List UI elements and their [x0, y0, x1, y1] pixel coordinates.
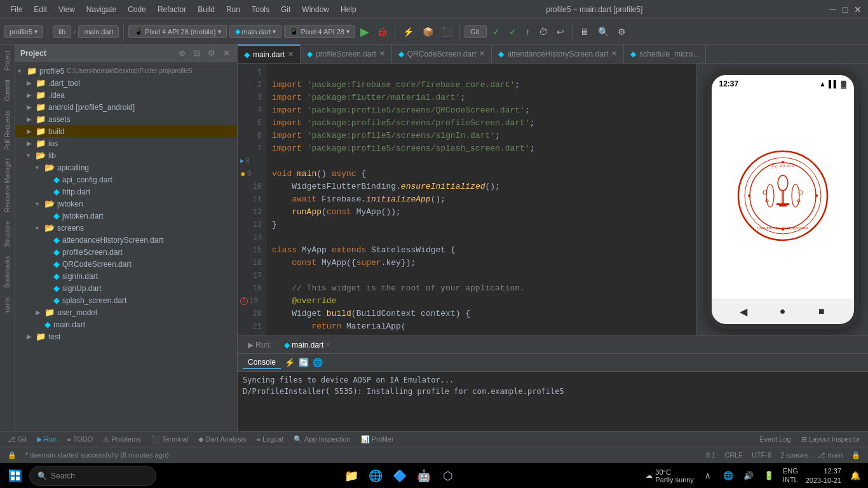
- volume-icon[interactable]: 🔊: [740, 467, 757, 485]
- project-selector[interactable]: profile5: [4, 25, 43, 38]
- run-tab-close[interactable]: ✕: [325, 341, 330, 348]
- project-panel-expand-btn[interactable]: ⊕: [177, 48, 187, 58]
- device-selector[interactable]: 📱 Pixel 4 API 28 (mobile): [128, 25, 226, 38]
- run-config-selector[interactable]: ◆ main.dart: [229, 25, 282, 38]
- tree-item-jwtoken-folder[interactable]: ▾ 📂 jwtoken: [15, 198, 237, 210]
- taskbar-search[interactable]: 🔍 Search: [29, 466, 156, 486]
- taskbar-app-android-studio[interactable]: 🤖: [412, 464, 435, 487]
- maximize-button[interactable]: □: [840, 4, 850, 15]
- system-clock[interactable]: 12:37 2023-10-21: [803, 466, 844, 485]
- tab-profile-screen[interactable]: ◆ profileScreen.dart ✕: [301, 44, 392, 63]
- menu-view[interactable]: View: [53, 4, 80, 15]
- console-web-icon[interactable]: 🌐: [313, 358, 323, 367]
- run-tab-main-dart[interactable]: ◆ main.dart ✕: [279, 339, 336, 351]
- close-button[interactable]: ✕: [853, 4, 863, 15]
- language-selector[interactable]: ENGINTL: [780, 467, 801, 484]
- file-breadcrumb[interactable]: main.dart: [78, 25, 119, 38]
- project-panel-collapse-btn[interactable]: ⊟: [191, 48, 202, 58]
- run-button[interactable]: ▶: [358, 24, 372, 40]
- phone-recent-button[interactable]: ■: [815, 305, 828, 318]
- status-crlf[interactable]: CRLF: [722, 451, 745, 459]
- bottom-tool-profiler[interactable]: 📊 Profiler: [358, 435, 397, 444]
- bottom-tool-run[interactable]: ▶ Run: [34, 435, 59, 444]
- menu-navigate[interactable]: Navigate: [81, 4, 121, 15]
- search-everywhere-icon[interactable]: 🔍: [595, 25, 612, 38]
- profile-button[interactable]: 📦: [419, 25, 437, 38]
- commit-panel-toggle[interactable]: Commit: [2, 76, 13, 105]
- console-tab-console[interactable]: Console: [243, 356, 281, 369]
- bottom-tool-event-log[interactable]: Event Log: [757, 435, 794, 443]
- tree-item-http[interactable]: ◆ http.dart: [15, 186, 237, 198]
- git-push-icon[interactable]: ↑: [522, 25, 533, 38]
- menu-tools[interactable]: Tools: [247, 4, 275, 15]
- bottom-tool-app-inspection[interactable]: 🔍 App Inspection: [291, 435, 353, 444]
- tree-item-qrcode[interactable]: ◆ QRCodeScreen.dart: [15, 258, 237, 270]
- tree-item-api-config[interactable]: ◆ api_config.dart: [15, 173, 237, 186]
- resource-manager-toggle[interactable]: Resource Manager: [2, 154, 13, 216]
- tab-main-dart[interactable]: ◆ main.dart ✕: [238, 44, 301, 63]
- tree-item-lib[interactable]: ▾ 📂 lib: [15, 149, 237, 161]
- menu-edit[interactable]: Edit: [29, 4, 52, 15]
- tree-item-apicalling[interactable]: ▾ 📂 apicalling: [15, 161, 237, 173]
- tree-item-jwtoken[interactable]: ◆ jwtoken.dart: [15, 210, 237, 222]
- taskbar-app-vscode[interactable]: 🔷: [388, 464, 411, 487]
- menu-git[interactable]: Git: [276, 4, 295, 15]
- tree-item-splash[interactable]: ◆ splash_screen.dart: [15, 294, 237, 306]
- taskbar-app-file-explorer[interactable]: 📁: [340, 464, 363, 487]
- tree-item-ios[interactable]: ▶ 📁 ios: [15, 137, 237, 149]
- git-revert-icon[interactable]: ↩: [553, 25, 567, 38]
- git-check-icon[interactable]: ✓: [489, 25, 503, 38]
- bottom-tool-problems[interactable]: ⚠ Problems: [100, 435, 143, 444]
- bottom-tool-logcat[interactable]: ≡ Logcat: [254, 435, 286, 443]
- battery-status-icon[interactable]: 🔋: [760, 467, 778, 485]
- status-lock[interactable]: 🔒: [849, 451, 863, 459]
- git-tick-icon[interactable]: ✓: [506, 25, 520, 38]
- minimize-button[interactable]: ─: [827, 4, 837, 15]
- menu-build[interactable]: Build: [193, 4, 220, 15]
- system-tray-expand[interactable]: ∧: [699, 467, 717, 485]
- tree-item-android[interactable]: ▶ 📁 android [profile5_android]: [15, 101, 237, 113]
- debug-button[interactable]: 🐞: [374, 25, 390, 38]
- variants-toggle[interactable]: iriants: [2, 293, 13, 318]
- status-git-icon[interactable]: 🔒: [5, 451, 19, 459]
- menu-file[interactable]: File: [5, 4, 27, 15]
- coverage-button[interactable]: ⚡: [400, 25, 417, 38]
- tree-item-signup[interactable]: ◆ signUp.dart: [15, 282, 237, 294]
- phone-back-button[interactable]: ◀: [737, 305, 750, 318]
- menu-code[interactable]: Code: [123, 4, 151, 15]
- notification-icon[interactable]: 🔔: [846, 467, 864, 485]
- code-editor[interactable]: 1 2 3 4 5 6 7 ▶ 8: [238, 64, 696, 336]
- tab-qrcode[interactable]: ◆ QRCodeScreen.dart ✕: [392, 44, 492, 63]
- tree-item-dart-tool[interactable]: ▶ 📁 .dart_tool: [15, 77, 237, 89]
- console-lightning-icon[interactable]: ⚡: [285, 358, 295, 367]
- project-panel-close-btn[interactable]: ✕: [221, 48, 232, 58]
- tree-item-attendance[interactable]: ◆ attendanceHistoryScreen.dart: [15, 234, 237, 246]
- taskbar-app-chrome[interactable]: 🌐: [364, 464, 387, 487]
- console-reload-icon[interactable]: 🔄: [299, 358, 309, 367]
- settings-icon[interactable]: ⚙: [614, 25, 629, 38]
- project-panel-toggle[interactable]: Project: [2, 47, 13, 74]
- target-device-selector[interactable]: 📱 Pixel 4 API 28: [284, 25, 355, 38]
- bottom-tool-git[interactable]: ⎇ Git: [5, 435, 29, 444]
- taskbar-app-android[interactable]: ⬡: [437, 464, 459, 487]
- structure-toggle[interactable]: Structure: [2, 217, 13, 251]
- network-icon[interactable]: 🌐: [719, 467, 737, 485]
- phone-home-button[interactable]: ●: [776, 305, 789, 318]
- code-text-area[interactable]: import 'package:firebase_core/firebase_c…: [267, 64, 696, 336]
- status-line-col[interactable]: 8:1: [703, 451, 718, 459]
- menu-refactor[interactable]: Refactor: [153, 4, 191, 15]
- bookmarks-toggle[interactable]: Bookmarks: [2, 252, 13, 292]
- bottom-tool-terminal[interactable]: ⬛ Terminal: [149, 435, 191, 444]
- weather-display[interactable]: ☁ 30°C Partly sunny: [643, 468, 696, 484]
- tree-item-profile5[interactable]: ▾ 📁 profile5 C:\Users\hemak\Desktop\Flut…: [15, 65, 237, 77]
- tab-attendance[interactable]: ◆ attendanceHistoryScreen.dart ✕: [492, 44, 624, 63]
- tab-close-qrcode[interactable]: ✕: [479, 50, 485, 58]
- tab-schedule[interactable]: ◆ schedule_micro...: [624, 44, 706, 63]
- device-mirror-icon[interactable]: 🖥: [577, 25, 592, 38]
- tab-close-main[interactable]: ✕: [288, 50, 294, 58]
- tree-item-idea[interactable]: ▶ 📁 .idea: [15, 89, 237, 101]
- tree-item-screens[interactable]: ▾ 📂 screens: [15, 222, 237, 234]
- bottom-tool-layout-inspector[interactable]: ⊞ Layout Inspector: [799, 435, 863, 444]
- tree-item-main[interactable]: ◆ main.dart: [15, 318, 237, 330]
- bottom-tool-dart-analysis[interactable]: ◆ Dart Analysis: [196, 435, 248, 444]
